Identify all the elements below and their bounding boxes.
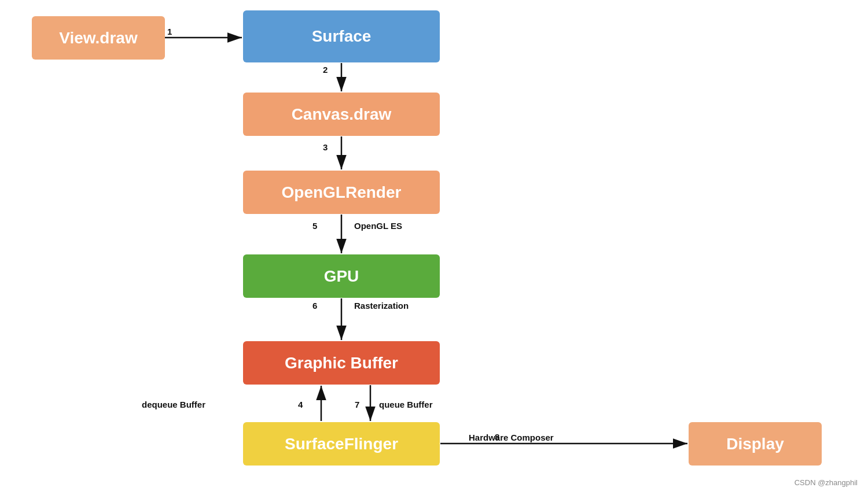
arrow-num-3: 3 xyxy=(323,142,328,152)
queue-buffer-label: queue Buffer xyxy=(379,400,433,409)
surface-label: Surface xyxy=(312,27,372,46)
surface-flinger-box: SurfaceFlinger xyxy=(243,422,440,466)
arrow-num-6: 6 xyxy=(312,301,317,311)
gpu-box: GPU xyxy=(243,254,440,298)
display-label: Display xyxy=(726,435,784,453)
arrow-num-4: 4 xyxy=(298,400,303,409)
diagram-container: View.draw Surface Canvas.draw OpenGLRend… xyxy=(0,0,868,495)
view-draw-label: View.draw xyxy=(59,29,137,47)
surface-box: Surface xyxy=(243,10,440,62)
graphic-buffer-label: Graphic Buffer xyxy=(285,354,398,372)
arrow-num-5: 5 xyxy=(312,221,317,231)
surface-flinger-label: SurfaceFlinger xyxy=(285,435,398,453)
watermark: CSDN @zhangphil xyxy=(795,478,858,487)
rasterization-label: Rasterization xyxy=(354,301,409,311)
arrow-num-1: 1 xyxy=(167,27,172,36)
gpu-label: GPU xyxy=(324,267,359,286)
arrow-num-2: 2 xyxy=(323,65,328,75)
dequeue-buffer-label: dequeue Buffer xyxy=(142,400,205,409)
view-draw-box: View.draw xyxy=(32,16,165,60)
opengl-render-box: OpenGLRender xyxy=(243,171,440,214)
canvas-draw-box: Canvas.draw xyxy=(243,93,440,136)
canvas-draw-label: Canvas.draw xyxy=(292,105,392,124)
hardware-composer-label: Hardware Composer xyxy=(469,433,554,442)
arrows-svg xyxy=(0,0,868,495)
opengl-es-label: OpenGL ES xyxy=(354,221,402,231)
opengl-render-label: OpenGLRender xyxy=(282,183,402,202)
display-box: Display xyxy=(689,422,822,466)
graphic-buffer-box: Graphic Buffer xyxy=(243,341,440,385)
arrow-num-7: 7 xyxy=(355,400,359,409)
